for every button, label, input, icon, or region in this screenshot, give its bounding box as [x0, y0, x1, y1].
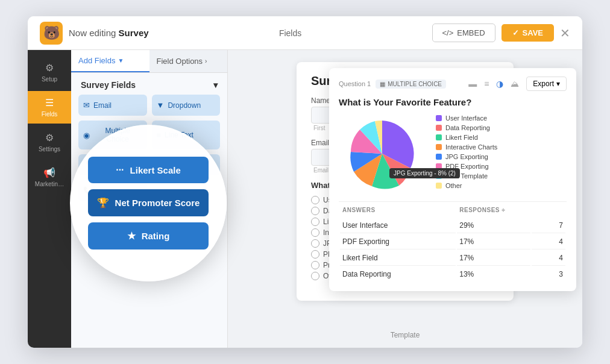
marketing-icon: 📢	[43, 167, 55, 178]
chevron-right-icon: ›	[205, 58, 207, 64]
close-button[interactable]: ✕	[560, 26, 570, 40]
analytics-title: What is Your Favorite Feature?	[339, 97, 567, 107]
legend-item-lf: Likert Field	[436, 134, 497, 141]
legend-item-ui: User Interface	[436, 115, 497, 122]
top-bar-left: 🐻 Now editing Survey	[40, 22, 149, 45]
setup-icon: ⚙	[45, 62, 54, 74]
legend-item-dr: Data Reporting	[436, 124, 497, 131]
bar-chart-icon[interactable]: ▬	[466, 78, 479, 90]
popup-btn-nps[interactable]: 🏆 Net Promoter Score	[88, 189, 209, 216]
answer-cell: Likert Field	[340, 251, 456, 266]
field-btn-dropdown[interactable]: ▼ Dropdown	[152, 95, 221, 116]
chart-view-icons: ▬ ≡ ◑ ⛰	[466, 78, 521, 90]
grid-icon: ▦	[380, 81, 385, 87]
popup-btn-likert[interactable]: ··· Likert Scale	[88, 157, 209, 183]
legend-item-jpg: JPG Exporting	[436, 153, 497, 160]
likert-icon: ···	[116, 165, 124, 175]
export-button[interactable]: Export ▾	[526, 77, 567, 91]
chart-area: JPG Exporting - 8% (2) User Interface Da…	[339, 115, 567, 195]
col-header-answers: ANSWERS	[340, 203, 456, 217]
fields-section-header: Survey Fields ▾	[71, 73, 227, 95]
area-chart-icon[interactable]: ⛰	[508, 78, 521, 90]
count-cell: 3	[532, 267, 565, 281]
analytics-card: Question 1 ▦ MULTIPLE CHOICE ▬ ≡ ◑ ⛰	[329, 68, 576, 291]
legend-dot-other	[436, 183, 442, 189]
legend-item-ic: Interactive Charts	[436, 143, 497, 151]
pct-cell: 13%	[457, 267, 530, 281]
pie-chart-icon[interactable]: ◑	[494, 78, 506, 90]
count-cell: 4	[532, 251, 565, 266]
legend-dot-ui	[436, 115, 442, 121]
pie-chart	[339, 115, 426, 193]
chevron-down-icon: ▼	[118, 57, 124, 64]
fields-title-center: Fields	[279, 28, 301, 38]
legend-item-other: Other	[436, 182, 497, 189]
sidebar-item-marketing[interactable]: 📢 Marketin…	[28, 161, 71, 193]
fields-icon: ☰	[45, 97, 54, 108]
analytics-header: Question 1 ▦ MULTIPLE CHOICE ▬ ≡ ◑ ⛰	[339, 77, 567, 91]
rating-icon: ★	[127, 230, 136, 242]
popup-btn-rating[interactable]: ★ Rating	[88, 222, 209, 249]
chevron-down-icon-2: ▾	[213, 80, 218, 90]
pie-container: JPG Exporting - 8% (2)	[339, 115, 426, 195]
table-row: Data Reporting 13% 3	[340, 267, 565, 281]
popup-circle: ··· Likert Scale 🏆 Net Promoter Score ★ …	[70, 125, 227, 281]
count-cell: 7	[532, 218, 565, 233]
legend-dot-jpg	[436, 154, 442, 160]
table-row: PDF Exporting 17% 4	[340, 234, 565, 249]
pie-tooltip: JPG Exporting - 8% (2)	[389, 168, 460, 178]
list-chart-icon[interactable]: ≡	[482, 78, 491, 90]
sidebar-item-setup[interactable]: ⚙ Setup	[28, 56, 71, 89]
tab-field-options[interactable]: Field Options ›	[149, 50, 228, 72]
legend-dot-ic	[436, 144, 442, 150]
col-header-responses: RESPONSES ÷	[457, 203, 565, 217]
answer-cell: PDF Exporting	[340, 234, 456, 249]
sidebar-item-fields[interactable]: ☰ Fields	[28, 91, 71, 124]
pct-cell: 17%	[457, 234, 530, 249]
pct-cell: 17%	[457, 251, 530, 266]
dropdown-arrow-icon: ▾	[556, 80, 560, 88]
logo-bear: 🐻	[40, 22, 63, 45]
fields-tabs: Add Fields ▼ Field Options ›	[71, 50, 227, 73]
nps-icon: 🏆	[97, 197, 109, 209]
settings-icon: ⚙	[45, 132, 54, 143]
top-bar-actions: </> EMBED ✓ SAVE ✕	[432, 24, 570, 42]
count-cell: 4	[532, 234, 565, 249]
email-icon: ✉	[83, 101, 90, 110]
checkmark-icon: ✓	[512, 28, 519, 37]
main-window: 🐻 Now editing Survey Fields </> EMBED ✓ …	[28, 16, 582, 348]
top-bar: 🐻 Now editing Survey Fields </> EMBED ✓ …	[28, 16, 582, 50]
field-btn-email[interactable]: ✉ Email	[78, 95, 147, 116]
save-button[interactable]: ✓ SAVE	[502, 24, 554, 42]
type-badge: ▦ MULTIPLE CHOICE	[376, 80, 446, 89]
pct-cell: 29%	[457, 218, 530, 233]
analytics-table: ANSWERS RESPONSES ÷ User Interface 29% 7…	[339, 201, 567, 283]
sidebar-item-settings[interactable]: ⚙ Settings	[28, 126, 71, 158]
answer-cell: User Interface	[340, 218, 456, 233]
embed-button[interactable]: </> EMBED	[432, 24, 495, 42]
embed-icon: </>	[442, 28, 454, 37]
table-row: User Interface 29% 7	[340, 218, 565, 233]
template-label: Template	[391, 331, 420, 339]
editing-title: Now editing Survey	[69, 28, 149, 38]
dropdown-icon: ▼	[157, 101, 165, 110]
table-row: Likert Field 17% 4	[340, 251, 565, 266]
tab-add-fields[interactable]: Add Fields ▼	[71, 50, 149, 72]
survey-preview: Survey Name * First Last	[228, 50, 582, 348]
sidebar-icons: ⚙ Setup ☰ Fields ⚙ Settings 📢 Marketin…	[28, 50, 71, 348]
legend-dot-dr	[436, 125, 442, 131]
answer-cell: Data Reporting	[340, 267, 456, 281]
popup-overlay: ··· Likert Scale 🏆 Net Promoter Score ★ …	[70, 125, 227, 281]
legend-dot-lf	[436, 134, 442, 140]
